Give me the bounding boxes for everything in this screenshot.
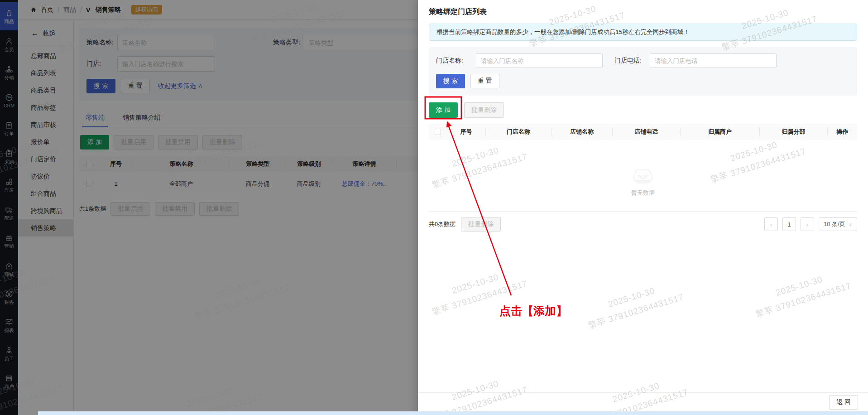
col-shop-name: 店铺名称 [551, 128, 612, 136]
drawer-reset-button[interactable]: 重 置 [470, 74, 499, 88]
drawer-bottom-bar: 返 回 [418, 392, 868, 411]
drawer-batch-delete-button[interactable]: 批量删除 [464, 102, 504, 118]
page-size-select[interactable]: 10 条/页 ∨ [819, 217, 857, 231]
drawer-search-button[interactable]: 搜 索 [436, 74, 465, 88]
store-table-header: 序号 门店名称 店铺名称 店铺电话 归属商户 归属分部 操作 [429, 124, 857, 140]
pagination: ‹ 1 › 10 条/页 ∨ [764, 217, 857, 231]
chevron-down-icon: ∨ [849, 222, 852, 227]
drawer-footer-batch-delete-button[interactable]: 批量删除 [461, 217, 501, 232]
drawer-total-count-text: 共0条数据 [429, 220, 456, 228]
drawer-action-bar: 添 加 批量删除 [429, 102, 857, 118]
col-operation: 操作 [827, 128, 857, 136]
col-store-name: 门店名称 [485, 128, 551, 136]
empty-box-icon [628, 164, 657, 184]
store-name-label: 门店名称: [432, 57, 468, 65]
sync-info-alert: 根据当前策略绑定商品数量的多少，一般在您添加/删除门店成功后15秒左右完全同步到… [429, 24, 857, 41]
horizontal-scrollbar[interactable] [38, 411, 868, 415]
back-button[interactable]: 返 回 [829, 395, 858, 410]
store-phone-input[interactable] [650, 53, 777, 68]
col-owner-branch: 归属分部 [759, 128, 827, 136]
footer-divider [429, 211, 857, 212]
empty-text: 暂无数据 [631, 189, 655, 197]
col-owner-merchant: 归属商户 [680, 128, 759, 136]
col-seq: 序号 [447, 128, 485, 136]
drawer-select-all-checkbox[interactable] [435, 129, 441, 135]
drawer-title: 策略绑定门店列表 [418, 0, 868, 17]
page-size-value: 10 条/页 [824, 220, 845, 228]
strategy-store-drawer: 策略绑定门店列表 根据当前策略绑定商品数量的多少，一般在您添加/删除门店成功后1… [418, 0, 868, 415]
store-name-input[interactable] [476, 53, 603, 68]
drawer-add-button[interactable]: 添 加 [429, 102, 458, 118]
store-filter-panel: 门店名称: 门店电话: 搜 索 重 置 [429, 47, 857, 96]
empty-state: 暂无数据 [418, 164, 868, 197]
drawer-table-footer: 共0条数据 批量删除 ‹ 1 › 10 条/页 ∨ [429, 217, 857, 232]
page-number-1[interactable]: 1 [782, 217, 796, 231]
drawer-overlay[interactable] [0, 0, 418, 415]
prev-page-button[interactable]: ‹ [764, 217, 778, 231]
col-shop-phone: 店铺电话 [612, 128, 680, 136]
store-phone-label: 门店电话: [614, 57, 642, 65]
next-page-button[interactable]: › [801, 217, 814, 231]
